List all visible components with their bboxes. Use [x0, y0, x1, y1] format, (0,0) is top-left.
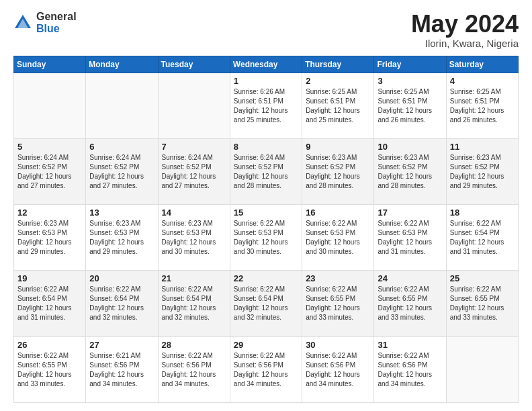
calendar-cell: 31Sunrise: 6:22 AM Sunset: 6:56 PM Dayli…: [374, 336, 446, 402]
month-title: May 2024: [411, 11, 519, 38]
day-number: 2: [306, 76, 370, 86]
calendar-cell: 16Sunrise: 6:22 AM Sunset: 6:53 PM Dayli…: [302, 205, 374, 271]
day-info: Sunrise: 6:21 AM Sunset: 6:56 PM Dayligh…: [89, 351, 154, 389]
calendar-cell: 2Sunrise: 6:25 AM Sunset: 6:51 PM Daylig…: [302, 73, 374, 138]
logo-text: General Blue: [36, 11, 77, 34]
logo: General Blue: [13, 11, 77, 34]
day-number: 16: [306, 208, 370, 218]
day-number: 21: [162, 273, 226, 283]
calendar-cell: 20Sunrise: 6:22 AM Sunset: 6:54 PM Dayli…: [86, 271, 158, 336]
day-info: Sunrise: 6:24 AM Sunset: 6:52 PM Dayligh…: [89, 153, 154, 191]
calendar-cell: 15Sunrise: 6:22 AM Sunset: 6:53 PM Dayli…: [230, 205, 302, 271]
day-number: 4: [450, 76, 515, 86]
calendar-cell: 28Sunrise: 6:22 AM Sunset: 6:56 PM Dayli…: [158, 336, 230, 402]
calendar-cell: 23Sunrise: 6:22 AM Sunset: 6:55 PM Dayli…: [302, 271, 374, 336]
calendar-cell: 27Sunrise: 6:21 AM Sunset: 6:56 PM Dayli…: [86, 336, 158, 402]
weekday-header-row: SundayMondayTuesdayWednesdayThursdayFrid…: [14, 56, 519, 73]
calendar-cell: 18Sunrise: 6:22 AM Sunset: 6:54 PM Dayli…: [446, 205, 518, 271]
day-number: 12: [17, 208, 82, 218]
calendar-cell: 7Sunrise: 6:24 AM Sunset: 6:52 PM Daylig…: [158, 138, 230, 204]
day-info: Sunrise: 6:22 AM Sunset: 6:54 PM Dayligh…: [450, 219, 515, 257]
day-number: 30: [306, 340, 370, 350]
day-info: Sunrise: 6:22 AM Sunset: 6:55 PM Dayligh…: [17, 351, 82, 389]
day-info: Sunrise: 6:23 AM Sunset: 6:52 PM Dayligh…: [378, 153, 442, 191]
day-info: Sunrise: 6:25 AM Sunset: 6:51 PM Dayligh…: [450, 87, 515, 125]
week-row-4: 19Sunrise: 6:22 AM Sunset: 6:54 PM Dayli…: [14, 271, 519, 336]
week-row-1: 1Sunrise: 6:26 AM Sunset: 6:51 PM Daylig…: [14, 73, 519, 138]
day-number: 1: [234, 76, 298, 86]
day-info: Sunrise: 6:24 AM Sunset: 6:52 PM Dayligh…: [162, 153, 226, 191]
day-number: 3: [378, 76, 442, 86]
weekday-header-sunday: Sunday: [14, 56, 86, 73]
day-info: Sunrise: 6:23 AM Sunset: 6:53 PM Dayligh…: [89, 219, 154, 257]
weekday-header-saturday: Saturday: [446, 56, 518, 73]
calendar-cell: [446, 336, 518, 402]
week-row-3: 12Sunrise: 6:23 AM Sunset: 6:53 PM Dayli…: [14, 205, 519, 271]
day-info: Sunrise: 6:22 AM Sunset: 6:55 PM Dayligh…: [378, 285, 442, 322]
day-info: Sunrise: 6:22 AM Sunset: 6:54 PM Dayligh…: [17, 285, 82, 322]
day-info: Sunrise: 6:24 AM Sunset: 6:52 PM Dayligh…: [17, 153, 82, 191]
day-info: Sunrise: 6:22 AM Sunset: 6:56 PM Dayligh…: [234, 351, 298, 389]
calendar-cell: 3Sunrise: 6:25 AM Sunset: 6:51 PM Daylig…: [374, 73, 446, 138]
day-info: Sunrise: 6:23 AM Sunset: 6:52 PM Dayligh…: [450, 153, 515, 191]
day-number: 19: [17, 273, 82, 283]
calendar-cell: 10Sunrise: 6:23 AM Sunset: 6:52 PM Dayli…: [374, 138, 446, 204]
weekday-header-friday: Friday: [374, 56, 446, 73]
day-number: 11: [450, 142, 515, 152]
calendar-cell: 5Sunrise: 6:24 AM Sunset: 6:52 PM Daylig…: [14, 138, 86, 204]
day-info: Sunrise: 6:23 AM Sunset: 6:52 PM Dayligh…: [306, 153, 370, 191]
logo-general: General: [36, 11, 77, 23]
header: General Blue May 2024 Ilorin, Kwara, Nig…: [13, 11, 519, 49]
day-number: 25: [450, 273, 515, 283]
day-info: Sunrise: 6:25 AM Sunset: 6:51 PM Dayligh…: [378, 87, 442, 125]
page: General Blue May 2024 Ilorin, Kwara, Nig…: [0, 0, 532, 411]
day-info: Sunrise: 6:26 AM Sunset: 6:51 PM Dayligh…: [234, 87, 298, 125]
calendar-cell: 25Sunrise: 6:22 AM Sunset: 6:55 PM Dayli…: [446, 271, 518, 336]
day-number: 14: [162, 208, 226, 218]
calendar-cell: 11Sunrise: 6:23 AM Sunset: 6:52 PM Dayli…: [446, 138, 518, 204]
day-number: 5: [17, 142, 82, 152]
day-number: 26: [17, 340, 82, 350]
location: Ilorin, Kwara, Nigeria: [411, 38, 519, 49]
calendar-cell: 26Sunrise: 6:22 AM Sunset: 6:55 PM Dayli…: [14, 336, 86, 402]
day-info: Sunrise: 6:22 AM Sunset: 6:53 PM Dayligh…: [378, 219, 442, 257]
logo-blue: Blue: [36, 23, 77, 35]
calendar-cell: 21Sunrise: 6:22 AM Sunset: 6:54 PM Dayli…: [158, 271, 230, 336]
weekday-header-thursday: Thursday: [302, 56, 374, 73]
day-info: Sunrise: 6:22 AM Sunset: 6:53 PM Dayligh…: [234, 219, 298, 257]
day-number: 18: [450, 208, 515, 218]
day-info: Sunrise: 6:23 AM Sunset: 6:53 PM Dayligh…: [162, 219, 226, 257]
calendar-cell: 19Sunrise: 6:22 AM Sunset: 6:54 PM Dayli…: [14, 271, 86, 336]
calendar-cell: 22Sunrise: 6:22 AM Sunset: 6:54 PM Dayli…: [230, 271, 302, 336]
day-info: Sunrise: 6:22 AM Sunset: 6:55 PM Dayligh…: [306, 285, 370, 322]
calendar-cell: [14, 73, 86, 138]
weekday-header-wednesday: Wednesday: [230, 56, 302, 73]
day-number: 13: [89, 208, 154, 218]
calendar-cell: [158, 73, 230, 138]
calendar-cell: 8Sunrise: 6:24 AM Sunset: 6:52 PM Daylig…: [230, 138, 302, 204]
weekday-header-monday: Monday: [86, 56, 158, 73]
day-number: 15: [234, 208, 298, 218]
day-info: Sunrise: 6:25 AM Sunset: 6:51 PM Dayligh…: [306, 87, 370, 125]
day-number: 10: [378, 142, 442, 152]
calendar: SundayMondayTuesdayWednesdayThursdayFrid…: [13, 56, 519, 403]
day-number: 20: [89, 273, 154, 283]
calendar-cell: 4Sunrise: 6:25 AM Sunset: 6:51 PM Daylig…: [446, 73, 518, 138]
calendar-cell: 13Sunrise: 6:23 AM Sunset: 6:53 PM Dayli…: [86, 205, 158, 271]
calendar-cell: 24Sunrise: 6:22 AM Sunset: 6:55 PM Dayli…: [374, 271, 446, 336]
calendar-cell: 14Sunrise: 6:23 AM Sunset: 6:53 PM Dayli…: [158, 205, 230, 271]
day-info: Sunrise: 6:24 AM Sunset: 6:52 PM Dayligh…: [234, 153, 298, 191]
calendar-cell: [86, 73, 158, 138]
title-block: May 2024 Ilorin, Kwara, Nigeria: [411, 11, 519, 49]
calendar-cell: 30Sunrise: 6:22 AM Sunset: 6:56 PM Dayli…: [302, 336, 374, 402]
day-info: Sunrise: 6:22 AM Sunset: 6:55 PM Dayligh…: [450, 285, 515, 322]
day-info: Sunrise: 6:22 AM Sunset: 6:56 PM Dayligh…: [306, 351, 370, 389]
logo-icon: [13, 13, 32, 32]
calendar-cell: 6Sunrise: 6:24 AM Sunset: 6:52 PM Daylig…: [86, 138, 158, 204]
day-number: 8: [234, 142, 298, 152]
calendar-cell: 1Sunrise: 6:26 AM Sunset: 6:51 PM Daylig…: [230, 73, 302, 138]
day-number: 31: [378, 340, 442, 350]
day-number: 23: [306, 273, 370, 283]
day-number: 28: [162, 340, 226, 350]
calendar-cell: 12Sunrise: 6:23 AM Sunset: 6:53 PM Dayli…: [14, 205, 86, 271]
